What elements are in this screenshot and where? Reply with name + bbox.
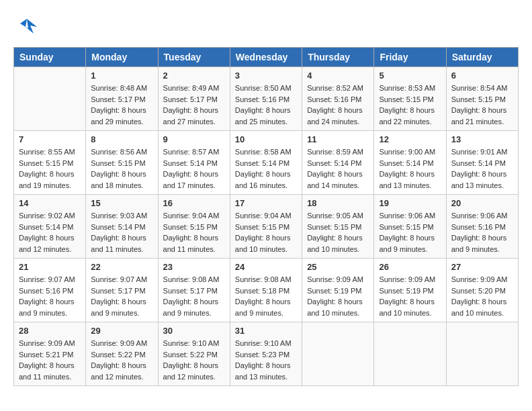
daylight-text: Daylight: 8 hours and 11 minutes.: [19, 361, 75, 381]
day-info: Sunrise: 9:00 AM Sunset: 5:14 PM Dayligh…: [379, 146, 441, 191]
sunrise-text: Sunrise: 9:09 AM: [91, 339, 147, 347]
daylight-text: Daylight: 8 hours and 13 minutes.: [451, 170, 507, 189]
day-info: Sunrise: 9:04 AM Sunset: 5:15 PM Dayligh…: [235, 210, 297, 255]
sunrise-text: Sunrise: 9:04 AM: [163, 212, 220, 220]
daylight-text: Daylight: 8 hours and 9 minutes.: [91, 298, 146, 317]
day-number: 27: [451, 262, 513, 272]
calendar-cell: 17 Sunrise: 9:04 AM Sunset: 5:15 PM Dayl…: [230, 195, 302, 259]
calendar-cell: 5 Sunrise: 8:53 AM Sunset: 5:15 PM Dayli…: [374, 67, 446, 131]
sunset-text: Sunset: 5:16 PM: [19, 287, 73, 295]
sunrise-text: Sunrise: 9:06 AM: [379, 212, 435, 220]
day-number: 15: [91, 198, 152, 208]
day-number: 5: [379, 71, 441, 81]
day-number: 13: [451, 134, 513, 144]
day-info: Sunrise: 8:55 AM Sunset: 5:15 PM Dayligh…: [19, 146, 81, 191]
daylight-text: Daylight: 8 hours and 24 minutes.: [307, 106, 363, 126]
calendar-cell: 14 Sunrise: 9:02 AM Sunset: 5:14 PM Dayl…: [14, 195, 86, 259]
logo-graphic: [13, 13, 40, 40]
calendar-cell: 6 Sunrise: 8:54 AM Sunset: 5:15 PM Dayli…: [446, 67, 518, 131]
day-number: 25: [307, 262, 369, 272]
calendar-cell: 3 Sunrise: 8:50 AM Sunset: 5:16 PM Dayli…: [230, 67, 302, 131]
daylight-text: Daylight: 8 hours and 19 minutes.: [19, 170, 75, 189]
sunset-text: Sunset: 5:20 PM: [451, 287, 506, 295]
sunset-text: Sunset: 5:14 PM: [451, 159, 506, 167]
calendar-cell: 10 Sunrise: 8:58 AM Sunset: 5:14 PM Dayl…: [230, 131, 302, 195]
calendar-cell: 12 Sunrise: 9:00 AM Sunset: 5:14 PM Dayl…: [374, 131, 446, 195]
daylight-text: Daylight: 8 hours and 25 minutes.: [235, 106, 291, 126]
day-number: 18: [307, 198, 369, 208]
daylight-text: Daylight: 8 hours and 21 minutes.: [451, 106, 507, 126]
day-info: Sunrise: 9:07 AM Sunset: 5:17 PM Dayligh…: [91, 274, 152, 318]
sunrise-text: Sunrise: 9:10 AM: [235, 339, 292, 347]
sunrise-text: Sunrise: 9:08 AM: [235, 275, 292, 283]
calendar-cell: 30 Sunrise: 9:10 AM Sunset: 5:22 PM Dayl…: [158, 322, 230, 386]
sunset-text: Sunset: 5:22 PM: [163, 351, 218, 359]
daylight-text: Daylight: 8 hours and 10 minutes.: [307, 298, 363, 317]
daylight-text: Daylight: 8 hours and 13 minutes.: [379, 170, 435, 189]
daylight-text: Daylight: 8 hours and 11 minutes.: [163, 234, 219, 253]
sunset-text: Sunset: 5:14 PM: [19, 223, 73, 231]
sunrise-text: Sunrise: 9:09 AM: [451, 275, 508, 283]
calendar-cell: 29 Sunrise: 9:09 AM Sunset: 5:22 PM Dayl…: [86, 322, 158, 386]
daylight-text: Daylight: 8 hours and 10 minutes.: [451, 298, 507, 317]
calendar-cell: 28 Sunrise: 9:09 AM Sunset: 5:21 PM Dayl…: [14, 322, 86, 386]
day-number: 31: [235, 326, 297, 336]
svg-marker-0: [26, 19, 37, 34]
sunset-text: Sunset: 5:17 PM: [163, 287, 218, 295]
daylight-text: Daylight: 8 hours and 9 minutes.: [163, 298, 219, 317]
day-number: 11: [307, 134, 369, 144]
day-info: Sunrise: 9:03 AM Sunset: 5:14 PM Dayligh…: [91, 210, 152, 255]
sunrise-text: Sunrise: 9:07 AM: [19, 275, 75, 283]
day-info: Sunrise: 8:53 AM Sunset: 5:15 PM Dayligh…: [379, 83, 441, 127]
daylight-text: Daylight: 8 hours and 14 minutes.: [307, 170, 363, 189]
day-info: Sunrise: 9:06 AM Sunset: 5:16 PM Dayligh…: [451, 210, 513, 255]
daylight-text: Daylight: 8 hours and 18 minutes.: [91, 170, 146, 189]
sunrise-text: Sunrise: 9:01 AM: [451, 148, 508, 156]
sunrise-text: Sunrise: 9:00 AM: [379, 148, 435, 156]
calendar-cell: 19 Sunrise: 9:06 AM Sunset: 5:15 PM Dayl…: [374, 195, 446, 259]
calendar-cell: 7 Sunrise: 8:55 AM Sunset: 5:15 PM Dayli…: [14, 131, 86, 195]
sunset-text: Sunset: 5:18 PM: [235, 287, 290, 295]
day-number: 19: [379, 198, 441, 208]
calendar-cell: 16 Sunrise: 9:04 AM Sunset: 5:15 PM Dayl…: [158, 195, 230, 259]
day-number: 30: [163, 326, 225, 336]
calendar-week-row: 7 Sunrise: 8:55 AM Sunset: 5:15 PM Dayli…: [14, 131, 519, 195]
calendar-cell: 8 Sunrise: 8:56 AM Sunset: 5:15 PM Dayli…: [86, 131, 158, 195]
day-number: 10: [235, 134, 297, 144]
calendar-cell: 9 Sunrise: 8:57 AM Sunset: 5:14 PM Dayli…: [158, 131, 230, 195]
daylight-text: Daylight: 8 hours and 10 minutes.: [235, 234, 291, 253]
calendar-cell: 11 Sunrise: 8:59 AM Sunset: 5:14 PM Dayl…: [302, 131, 374, 195]
sunset-text: Sunset: 5:15 PM: [19, 159, 73, 167]
header-monday: Monday: [86, 48, 158, 67]
day-info: Sunrise: 9:06 AM Sunset: 5:15 PM Dayligh…: [379, 210, 441, 255]
calendar-cell: [302, 322, 374, 386]
daylight-text: Daylight: 8 hours and 12 minutes.: [91, 361, 146, 381]
sunset-text: Sunset: 5:21 PM: [19, 351, 73, 359]
daylight-text: Daylight: 8 hours and 9 minutes.: [451, 234, 507, 253]
calendar-week-row: 1 Sunrise: 8:48 AM Sunset: 5:17 PM Dayli…: [14, 67, 519, 131]
day-number: 3: [235, 71, 297, 81]
header-wednesday: Wednesday: [230, 48, 302, 67]
sunset-text: Sunset: 5:17 PM: [91, 287, 145, 295]
day-info: Sunrise: 8:52 AM Sunset: 5:16 PM Dayligh…: [307, 83, 369, 127]
sunset-text: Sunset: 5:17 PM: [91, 95, 145, 103]
calendar-cell: 2 Sunrise: 8:49 AM Sunset: 5:17 PM Dayli…: [158, 67, 230, 131]
calendar-cell: 24 Sunrise: 9:08 AM Sunset: 5:18 PM Dayl…: [230, 259, 302, 322]
calendar-cell: [446, 322, 518, 386]
sunset-text: Sunset: 5:14 PM: [307, 159, 361, 167]
sunrise-text: Sunrise: 8:54 AM: [451, 84, 508, 92]
day-number: 28: [19, 326, 81, 336]
sunrise-text: Sunrise: 9:02 AM: [19, 212, 75, 220]
calendar-cell: 13 Sunrise: 9:01 AM Sunset: 5:14 PM Dayl…: [446, 131, 518, 195]
sunrise-text: Sunrise: 9:04 AM: [235, 212, 292, 220]
daylight-text: Daylight: 8 hours and 10 minutes.: [307, 234, 363, 253]
daylight-text: Daylight: 8 hours and 11 minutes.: [91, 234, 146, 253]
sunrise-text: Sunrise: 9:09 AM: [379, 275, 435, 283]
day-number: 14: [19, 198, 81, 208]
calendar-cell: 4 Sunrise: 8:52 AM Sunset: 5:16 PM Dayli…: [302, 67, 374, 131]
calendar-week-row: 28 Sunrise: 9:09 AM Sunset: 5:21 PM Dayl…: [14, 322, 519, 386]
sunset-text: Sunset: 5:14 PM: [379, 159, 433, 167]
sunset-text: Sunset: 5:14 PM: [235, 159, 290, 167]
day-info: Sunrise: 8:57 AM Sunset: 5:14 PM Dayligh…: [163, 146, 225, 191]
day-info: Sunrise: 9:05 AM Sunset: 5:15 PM Dayligh…: [307, 210, 369, 255]
